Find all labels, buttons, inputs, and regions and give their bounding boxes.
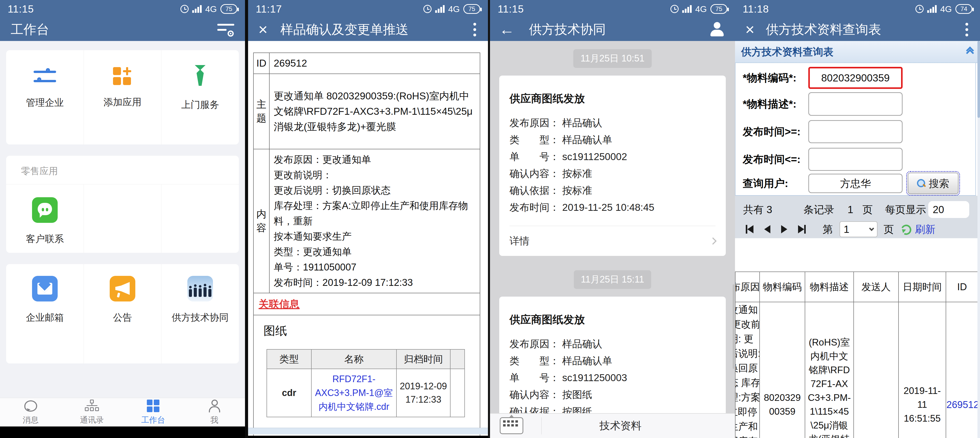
prev-page-button[interactable]	[764, 225, 770, 233]
refresh-icon[interactable]	[900, 224, 911, 235]
page-select[interactable]: 1	[840, 221, 878, 237]
chevron-down-icon	[869, 226, 874, 231]
app-company-mail[interactable]: 企业邮箱	[6, 264, 84, 363]
record-id-link[interactable]: 269512	[946, 302, 978, 438]
app-label: 客户联系	[26, 233, 64, 245]
query-form-panel: *物料编码*: 802032900359 *物料描述*: 发布时间>=: 发布时…	[735, 63, 976, 196]
card-row: 发布原因： 样品确认	[509, 336, 716, 352]
card-title: 供应商图纸发放	[509, 92, 716, 106]
empty-cell	[84, 184, 161, 253]
jump-prefix: 第	[822, 222, 833, 236]
network-label: 4G	[205, 4, 217, 14]
bottom-black-line	[245, 436, 490, 438]
scrollbar-track[interactable]	[977, 41, 980, 438]
field-label: *物料描述*:	[743, 97, 807, 111]
table-row-id: ID 269512	[253, 53, 480, 74]
header: 11:15 4G 75 工作台	[0, 0, 245, 41]
drawings-title: 图纸	[264, 323, 480, 339]
chat-area: 11月25日 10:51 供应商图纸发放 发布原因： 样品确认 类 型： 样品确…	[490, 41, 735, 413]
screen-workbench: 11:15 4G 75 工作台 管理企业	[0, 0, 245, 438]
section-label: 零售应用	[6, 156, 239, 184]
back-icon[interactable]: ←	[499, 22, 515, 37]
profile-icon[interactable]	[710, 22, 724, 37]
app-customer-contact[interactable]: 客户联系	[6, 184, 84, 253]
tab-label: 消息	[23, 415, 39, 425]
app-door-service[interactable]: 上门服务	[161, 50, 239, 144]
drawing-file-link[interactable]: RFD72F1-AXC3+3.PM-1@室内机中文铭牌.cdr	[311, 369, 396, 417]
status-bar: 11:15 4G 75	[0, 0, 245, 18]
app-card-admin: 管理企业 添加应用 上门服务	[6, 50, 239, 144]
publish-time-from-input[interactable]	[808, 120, 903, 143]
empty-cell	[450, 369, 465, 417]
app-label: 添加应用	[103, 96, 142, 109]
chevron-right-icon	[710, 238, 716, 244]
tech-docs-button[interactable]: 技术资料	[542, 419, 699, 433]
records-word: 条记录	[803, 203, 834, 217]
workbench-body: 管理企业 添加应用 上门服务 零售应用 客户联系	[0, 50, 245, 363]
field-label: 发布时间<=:	[743, 152, 807, 167]
col-header-empty	[450, 349, 465, 369]
col-header-datetime: 日期时间	[899, 272, 946, 302]
close-icon[interactable]: ×	[745, 22, 754, 37]
card-row: 发布时间： 2019-11-25 10:48:45	[509, 199, 716, 216]
tab-workbench[interactable]: 工作台	[123, 398, 184, 427]
query-section-header[interactable]: 供方技术资料查询表	[735, 41, 980, 63]
query-user-input[interactable]: 方忠华	[808, 174, 903, 193]
refresh-link[interactable]: 刷新	[915, 222, 935, 236]
tab-messages[interactable]: 消息	[0, 398, 61, 427]
search-button[interactable]: 搜索	[908, 173, 958, 194]
publish-time-to-input[interactable]	[808, 148, 903, 171]
status-bar: 11:17 4G 75	[248, 0, 488, 18]
content-value: 发布原因：更改通知单 更改前说明： 更改后说明：切换回原状态 库存处理：方案A:…	[269, 149, 480, 293]
card-row: 确认依据： 按标准	[509, 182, 716, 199]
next-page-button[interactable]	[781, 225, 787, 233]
app-add-app[interactable]: 添加应用	[84, 50, 161, 144]
drawings-table: 类型 名称 归档时间 cdr RFD72F1-AXC3+3.PM-1@室内机中文…	[267, 349, 465, 417]
message-card: 供应商图纸发放 发布原因： 样品确认 类 型： 样品确认单 单 号： sc191…	[499, 297, 726, 413]
scrollbar-thumb[interactable]	[733, 284, 734, 369]
status-bar: 11:18 4G 74	[735, 0, 980, 18]
network-label: 4G	[695, 4, 707, 14]
close-icon[interactable]: ×	[258, 22, 267, 37]
grid-icon	[147, 400, 159, 412]
row-label: 内容	[253, 149, 269, 293]
collapse-icon[interactable]	[967, 48, 973, 56]
manage-apps-icon[interactable]	[217, 22, 234, 36]
more-menu-icon[interactable]	[473, 23, 476, 36]
last-page-button[interactable]	[798, 225, 806, 233]
app-label: 供方技术协同	[172, 311, 229, 324]
scrollbar-thumb[interactable]	[977, 41, 980, 118]
col-header: 名称	[311, 349, 396, 369]
app-label: 管理企业	[26, 96, 64, 109]
card-row: 确认依据： 按图纸	[509, 403, 716, 413]
composite-screenshot: 11:15 4G 75 工作台 管理企业	[0, 0, 980, 438]
col-header: 归档时间	[396, 349, 450, 369]
app-announcement[interactable]: 公告	[84, 264, 161, 363]
material-code-input[interactable]: 802032900359	[808, 67, 903, 89]
timestamp-badge: 11月25日 10:51	[573, 49, 652, 68]
battery-icon: 75	[710, 4, 727, 14]
pagination-bar: 共有 3 条记录 1 页 每页显示 20 第 1 页 刷新	[735, 196, 980, 238]
megaphone-icon	[110, 276, 135, 302]
keyboard-toggle-icon[interactable]	[500, 417, 523, 435]
card-row: 类 型： 样品确认单	[509, 352, 716, 369]
app-manage-company[interactable]: 管理企业	[6, 50, 84, 144]
nav-bar: 工作台	[0, 18, 245, 41]
bottom-black-bar	[0, 427, 245, 438]
jump-suffix: 页	[884, 222, 894, 236]
detail-link[interactable]: 详情	[509, 226, 716, 256]
per-page-input[interactable]: 20	[928, 201, 969, 218]
more-menu-icon[interactable]	[966, 23, 968, 36]
app-supplier-collab[interactable]: 供方技术协同	[161, 264, 239, 363]
col-header-reason: 发布原因	[735, 281, 760, 294]
nav-bar: ← 供方技术协同	[490, 18, 735, 41]
header: 11:17 4G 75 × 样品确认及变更单推送	[248, 0, 488, 41]
related-info-link[interactable]: 关联信息	[254, 298, 299, 309]
tab-me[interactable]: 我	[184, 398, 245, 427]
first-page-button[interactable]	[746, 225, 754, 233]
material-desc-input[interactable]	[808, 92, 903, 116]
detail-label: 详情	[509, 234, 530, 248]
col-header-code: 物料编码	[760, 272, 805, 302]
page-title: 供方技术协同	[529, 21, 606, 38]
tab-contacts[interactable]: 通讯录	[61, 398, 123, 427]
